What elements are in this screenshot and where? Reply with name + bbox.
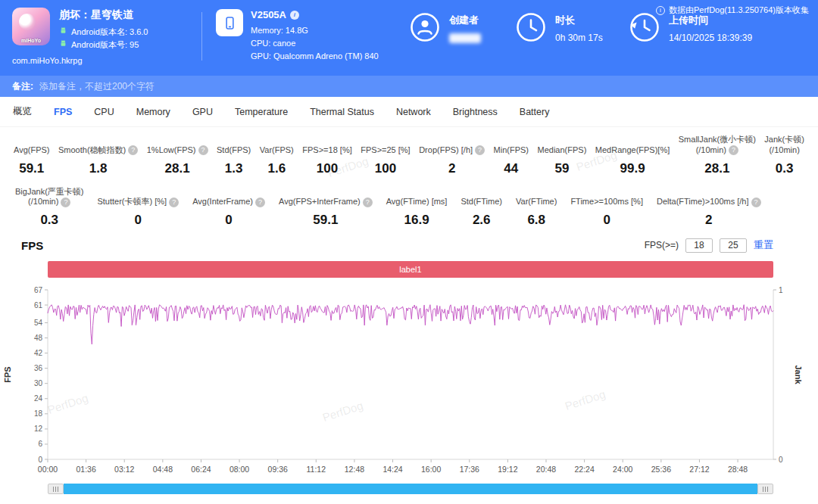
tab-temperature[interactable]: Temperature <box>235 107 288 117</box>
svg-text:04:48: 04:48 <box>153 465 173 474</box>
chart-range-scrollbar[interactable] <box>48 484 773 494</box>
help-icon[interactable]: ? <box>255 198 265 207</box>
device-memory: Memory: 14.8G <box>251 24 379 37</box>
metric-avg-ftime-ms: Avg(FTime) [ms]16.9 <box>386 187 448 228</box>
metric-value: 16.9 <box>404 213 429 228</box>
svg-text:17:36: 17:36 <box>460 465 479 474</box>
creator-block: 创建者 <box>410 8 516 68</box>
svg-text:42: 42 <box>34 349 43 357</box>
metric-value: 28.1 <box>704 161 729 176</box>
duration-value: 0h 30m 17s <box>555 33 603 43</box>
svg-text:67: 67 <box>34 286 43 294</box>
device-info: V2505A i Memory: 14.8G CPU: canoe GPU: Q… <box>202 8 405 68</box>
clock-icon <box>516 12 546 42</box>
help-icon[interactable]: ? <box>128 145 138 155</box>
metric-value: 28.1 <box>165 161 190 176</box>
metric-var-fps: Var(FPS)1.6 <box>260 135 294 176</box>
metric-label: Var(FTime) <box>516 187 557 207</box>
fps-threshold-filter: FPS(>=) 重置 <box>645 238 773 253</box>
fps-section-title: FPS <box>21 239 43 252</box>
metric-label: SmallJank(微小卡顿)(/10min)? <box>679 135 756 156</box>
device-cpu: CPU: canoe <box>251 37 379 50</box>
svg-text:48: 48 <box>34 334 43 342</box>
header: miHoYo 崩坏：星穹铁道 Android版本名: 3.6.0 Android… <box>0 0 818 76</box>
metric-label: Smooth(稳帧指数)? <box>58 135 138 156</box>
svg-text:0: 0 <box>38 456 42 464</box>
metrics-panel: Avg(FPS)59.1Smooth(稳帧指数)?1.81%Low(FPS)?2… <box>0 127 818 228</box>
fps-threshold-low-input[interactable] <box>685 238 713 253</box>
info-icon[interactable]: i <box>290 11 299 20</box>
metric-label: Min(FPS) <box>494 135 529 156</box>
svg-text:03:12: 03:12 <box>114 465 134 474</box>
svg-text:14:24: 14:24 <box>382 465 402 474</box>
metric-value: 6.8 <box>527 213 545 228</box>
remarks-bar[interactable]: 备注: 添加备注，不超过200个字符 <box>0 76 818 97</box>
duration-block: 时长 0h 30m 17s <box>516 8 629 68</box>
metric-jank: Jank(卡顿)(/10min)0.3 <box>764 135 804 176</box>
scrollbar-left-handle[interactable] <box>48 484 64 494</box>
chart-label-banner-text: label1 <box>399 265 421 274</box>
help-icon[interactable]: ? <box>729 145 738 155</box>
metric-value: 2 <box>705 213 712 228</box>
tab-battery[interactable]: Battery <box>520 107 550 117</box>
chart-label-banner: label1 <box>48 261 773 278</box>
scrollbar-track[interactable] <box>64 484 757 494</box>
fps-threshold-label: FPS(>=) <box>645 240 679 250</box>
svg-text:FPS: FPS <box>3 366 12 382</box>
help-icon[interactable]: ? <box>363 198 373 207</box>
metric-value: 100 <box>317 161 338 176</box>
metric-label: Std(FTime) <box>461 187 502 207</box>
metric-value: 1.6 <box>267 161 286 176</box>
svg-text:61: 61 <box>34 301 43 310</box>
metric-label: Delta(FTime)>100ms [/h]? <box>657 187 761 207</box>
metrics-row-1: Avg(FPS)59.1Smooth(稳帧指数)?1.81%Low(FPS)?2… <box>0 135 818 176</box>
metric-label: Avg(FPS) <box>14 135 49 156</box>
svg-text:24:00: 24:00 <box>613 465 632 474</box>
scrollbar-right-handle[interactable] <box>757 484 773 494</box>
metric-value: 0 <box>225 213 232 228</box>
tab-thermal-status[interactable]: Thermal Status <box>310 107 374 117</box>
svg-text:11:12: 11:12 <box>307 465 326 474</box>
android-version-code: Android版本号: 95 <box>59 39 148 51</box>
tab-gpu[interactable]: GPU <box>192 107 213 117</box>
metric-value: 100 <box>375 161 396 176</box>
metric-value: 1.8 <box>89 161 108 176</box>
app-package: com.miHoYo.hkrpg <box>12 56 201 65</box>
help-icon[interactable]: ? <box>61 198 70 207</box>
svg-text:06:24: 06:24 <box>191 465 211 474</box>
fps-threshold-high-input[interactable] <box>720 238 747 253</box>
metric-drop-fps-h: Drop(FPS) [/h]?2 <box>419 135 485 176</box>
help-icon[interactable]: ? <box>198 145 208 155</box>
svg-text:36: 36 <box>34 364 43 372</box>
metrics-row-2: BigJank(严重卡顿)(/10min)?0.3Stutter(卡顿率) [%… <box>0 187 818 229</box>
svg-text:19:12: 19:12 <box>498 465 517 474</box>
device-gpu: GPU: Qualcomm Adreno (TM) 840 <box>251 50 379 63</box>
history-icon <box>629 12 660 42</box>
tab-fps[interactable]: FPS <box>54 107 72 117</box>
android-version-name: Android版本名: 3.6.0 <box>59 26 148 39</box>
metric-value: 0 <box>603 213 610 228</box>
metric-label: MedRange(FPS)[%] <box>595 135 670 156</box>
help-icon[interactable]: ? <box>169 198 179 207</box>
tab-brightness[interactable]: Brightness <box>453 107 498 117</box>
metric-label: FPS>=25 [%] <box>361 135 410 156</box>
metric-label: Avg(InterFrame)? <box>192 187 265 207</box>
tab-cpu[interactable]: CPU <box>94 107 114 117</box>
help-icon[interactable]: ? <box>751 198 761 207</box>
metric-value: 1.3 <box>225 161 243 176</box>
metric-fps-25: FPS>=25 [%]100 <box>361 135 410 176</box>
tab-memory[interactable]: Memory <box>136 107 170 117</box>
metric-avg-interframe: Avg(InterFrame)?0 <box>192 187 265 228</box>
tab-overview[interactable]: 概览 <box>13 105 32 118</box>
reset-link[interactable]: 重置 <box>754 238 773 252</box>
android-icon <box>59 26 67 39</box>
device-model: V2505A <box>251 8 286 23</box>
metric-fps-18: FPS>=18 [%]100 <box>302 135 351 176</box>
metric-smooth: Smooth(稳帧指数)?1.8 <box>58 135 138 176</box>
upload-time-value: 14/10/2025 18:39:39 <box>669 33 752 43</box>
tab-network[interactable]: Network <box>396 107 431 117</box>
help-icon[interactable]: ? <box>475 145 485 155</box>
app-info: miHoYo 崩坏：星穹铁道 Android版本名: 3.6.0 Android… <box>12 8 201 68</box>
metric-label: Drop(FPS) [/h]? <box>419 135 485 156</box>
metric-std-ftime: Std(FTime)2.6 <box>461 187 502 228</box>
